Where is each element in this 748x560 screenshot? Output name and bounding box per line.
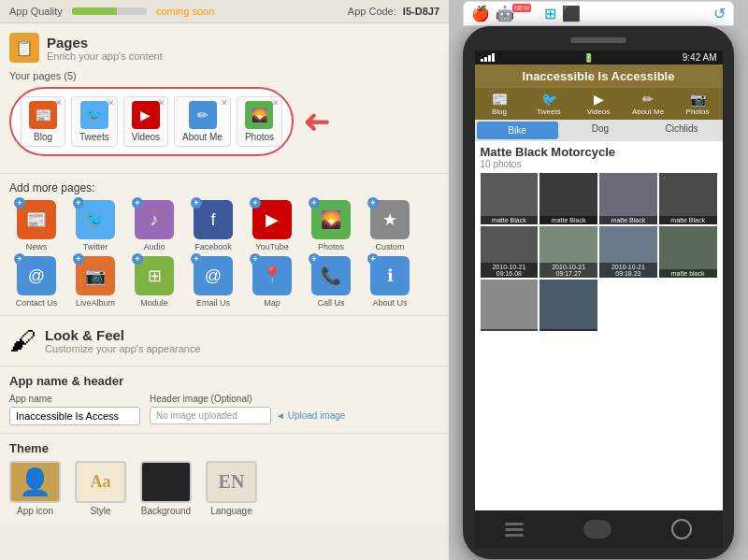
photos-icon: 🌄 [245,101,273,129]
photos2-icon: +🌄 [311,200,351,239]
album-title: Matte Black Motorcycle [481,145,717,159]
phone-nav-videos[interactable]: ▶ Videos [574,88,624,120]
add-contact[interactable]: +@ Contact Us [9,256,64,308]
back-button[interactable] [671,519,692,539]
tab-cichlids[interactable]: Cichlids [641,120,723,141]
add-youtube[interactable]: +▶ YouTube [245,200,299,251]
blog-icon: 📰 [29,101,57,129]
add-custom[interactable]: +★ Custom [363,200,417,251]
close-tweets-btn[interactable]: ✕ [108,98,115,108]
phone-status-bar: 🔋 9:42 AM [475,50,723,65]
nav-blog-label: Blog [492,108,507,116]
home-button[interactable] [583,520,611,538]
theme-section: Theme 👤 App icon Aa Style Background EN … [0,434,449,524]
theme-title: Theme [9,441,439,455]
thumb-4[interactable]: matte Black [659,173,717,224]
nav-blog-icon: 📰 [492,92,508,107]
app-name-row: App name Header image (Optional) No imag… [9,394,439,425]
apple-icon[interactable]: 🍎 [471,5,490,22]
background-preview [140,461,192,503]
your-pages-title: Your pages (5) [9,70,439,81]
thumb-6[interactable]: 2010-10-21 09:17.27 [539,226,597,278]
add-module[interactable]: +⊞ Module [127,256,181,308]
close-photos-btn[interactable]: ✕ [272,98,280,108]
add-pages-section: Add more pages: +📰 News +🐦 Twitter +♪ Au… [0,174,449,316]
look-feel-section: 🖌 Look & Feel Customize your app's appea… [0,316,449,366]
platform-bar: 🍎 🤖 NEW ⊞ ⬛ ↺ [463,1,734,26]
add-news[interactable]: +📰 News [9,200,64,251]
windows-icon[interactable]: ⊞ [544,5,556,22]
facebook-icon: +f [194,200,233,239]
map-icon: +📍 [252,256,292,295]
page-item-aboutme[interactable]: ✕ ✏ About Me [174,96,231,147]
app-code-label: App Code: [348,6,396,17]
tab-dog[interactable]: Dog [560,120,641,141]
thumb-8[interactable]: matte black [659,226,717,278]
theme-language[interactable]: EN Language [206,461,257,516]
add-facebook[interactable]: +f Facebook [186,200,240,251]
phone-app-title: Inaccessible Is Accessible [475,65,723,88]
thumb-4-label: matte Black [659,216,717,224]
page-item-photos[interactable]: ✕ 🌄 Photos [237,96,282,147]
close-blog-btn[interactable]: ✕ [55,98,63,108]
header-label: Header image (Optional) [150,394,345,404]
add-audio[interactable]: +♪ Audio [127,200,181,251]
tab-bike[interactable]: Bike [477,122,558,139]
theme-style[interactable]: Aa Style [75,461,126,516]
page-item-tweets[interactable]: ✕ 🐦 Tweets [71,96,118,147]
theme-background[interactable]: Background [140,461,192,516]
pages-title: Pages [47,35,163,50]
quality-fill [72,7,117,15]
add-twitter[interactable]: +🐦 Twitter [68,200,122,251]
nav-photos-label: Photos [686,108,710,116]
thumb-9[interactable] [481,280,539,331]
thumb-7[interactable]: 2010-10-21 09:18.23 [599,226,657,278]
add-map[interactable]: +📍 Map [245,256,299,308]
phone-nav-aboutme[interactable]: ✏ About Me [624,88,673,120]
phone-nav-tweets[interactable]: 🐦 Tweets [525,88,574,120]
close-videos-btn[interactable]: ✕ [158,98,165,108]
upload-link[interactable]: ◄ Upload image [276,410,345,421]
thumb-3[interactable]: matte Black [599,173,657,224]
nav-videos-label: Videos [587,108,610,116]
videos-icon: ▶ [132,101,160,129]
add-pages-grid: +📰 News +🐦 Twitter +♪ Audio +f Facebook … [9,200,439,308]
thumb-10-label [539,329,597,331]
tweets-label: Tweets [79,132,109,142]
nav-tweets-icon: 🐦 [541,92,557,107]
thumb-6-label: 2010-10-21 09:17.27 [539,263,597,278]
nav-aboutme-label: About Me [632,108,664,116]
add-aboutus[interactable]: +ℹ About Us [363,256,417,308]
menu-button[interactable] [505,523,524,537]
tweets-icon: 🐦 [80,101,108,129]
phone-nav-blog[interactable]: 📰 Blog [475,88,525,120]
thumb-3-label: matte Black [599,216,657,224]
twitter-icon: +🐦 [76,200,115,239]
photo-grid: matte Black matte Black matte Black matt… [481,173,717,331]
thumb-2[interactable]: matte Black [539,173,597,224]
close-aboutme-btn[interactable]: ✕ [221,98,228,108]
add-callus[interactable]: +📞 Call Us [304,256,358,308]
theme-app-icon[interactable]: 👤 App icon [9,461,61,516]
add-photos[interactable]: +🌄 Photos [304,200,358,251]
app-icon-label: App icon [17,506,53,516]
look-feel-icon: 🖌 [9,325,36,356]
app-name-input[interactable] [9,407,140,425]
page-item-videos[interactable]: ✕ ▶ Videos [123,96,168,147]
blackberry-icon[interactable]: ⬛ [562,5,581,22]
thumb-5[interactable]: 2010-10-21 09:16.08 [481,226,539,278]
nav-videos-icon: ▶ [594,92,604,107]
page-item-blog[interactable]: ✕ 📰 Blog [21,96,65,147]
add-livealbum[interactable]: +📷 LiveAlbum [68,256,122,308]
phone-screen: 🔋 9:42 AM Inaccessible Is Accessible 📰 B… [475,50,723,510]
app-name-section: App name & header App name Header image … [0,366,449,434]
blog-label: Blog [34,132,52,142]
thumb-1[interactable]: matte Black [481,173,539,224]
signal-icon [481,53,495,62]
add-email[interactable]: +@ Email Us [186,256,240,308]
nav-tweets-label: Tweets [537,108,560,116]
android-icon[interactable]: 🤖 [496,5,514,22]
phone-nav-photos[interactable]: 📷 Photos [673,88,723,120]
refresh-icon[interactable]: ↺ [713,5,726,22]
thumb-10[interactable] [539,280,597,331]
